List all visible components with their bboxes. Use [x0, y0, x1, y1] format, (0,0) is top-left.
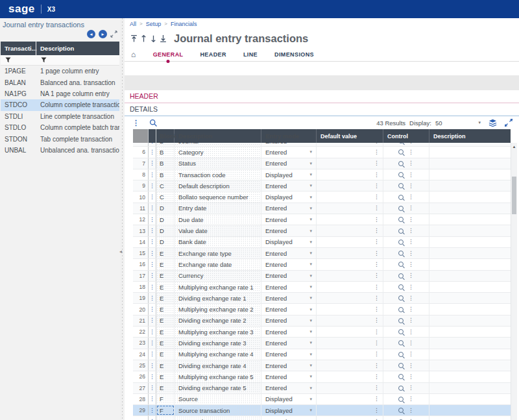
- description2-cell[interactable]: [429, 271, 511, 281]
- description-cell[interactable]: Source: [175, 394, 261, 404]
- detail-row[interactable]: 24⋮EMultiplying exchange rate 4Entered▾⋮…: [133, 349, 511, 360]
- description2-cell[interactable]: [429, 315, 511, 326]
- entry-mode-select[interactable]: Entered▾: [261, 147, 317, 157]
- entry-mode-select[interactable]: Entered▾: [261, 327, 317, 337]
- default-value-menu-icon[interactable]: ⋮: [374, 317, 380, 323]
- tab-general[interactable]: GENERAL: [153, 51, 184, 58]
- breadcrumb-link-financials[interactable]: Financials: [171, 21, 197, 27]
- control-cell[interactable]: ⋮: [383, 248, 429, 258]
- description-cell[interactable]: Dividing exchange rate 1: [175, 293, 261, 303]
- row-menu-icon[interactable]: ⋮: [149, 408, 155, 414]
- description2-cell[interactable]: [429, 293, 511, 303]
- lookup-icon[interactable]: [398, 217, 404, 222]
- col-header-entry-mode[interactable]: Entry mode: [261, 129, 317, 143]
- description-cell[interactable]: Exchange rate date: [175, 259, 261, 269]
- header-corner-cell[interactable]: [133, 129, 149, 143]
- block-cell[interactable]: B: [156, 147, 175, 157]
- entry-mode-select[interactable]: Entered▾: [261, 143, 317, 146]
- breadcrumb-link-all[interactable]: All: [130, 21, 136, 27]
- description-cell[interactable]: Dividing exchange rate 5: [175, 383, 261, 393]
- dropdown-caret-icon[interactable]: ▾: [309, 295, 312, 301]
- control-cell[interactable]: ⋮: [383, 405, 429, 415]
- list-item[interactable]: BALANBalanced ana. transaction: [1, 77, 119, 88]
- section-details-label[interactable]: DETAILS: [130, 105, 519, 114]
- description-cell[interactable]: Status: [175, 158, 261, 169]
- lookup-icon[interactable]: [398, 206, 404, 211]
- dropdown-caret-icon[interactable]: ▾: [309, 374, 312, 379]
- move-up-icon[interactable]: [139, 34, 149, 43]
- control-cell[interactable]: ⋮: [383, 147, 429, 157]
- control-menu-icon[interactable]: ⋮: [408, 385, 414, 391]
- default-value-menu-icon[interactable]: ⋮: [374, 340, 380, 346]
- dropdown-caret-icon[interactable]: ▾: [309, 149, 312, 154]
- control-menu-icon[interactable]: ⋮: [408, 172, 414, 178]
- block-cell[interactable]: E: [156, 383, 175, 393]
- default-value-cell[interactable]: ⋮: [317, 214, 383, 225]
- default-value-menu-icon[interactable]: ⋮: [374, 385, 380, 391]
- default-value-menu-icon[interactable]: ⋮: [374, 295, 380, 301]
- entry-mode-select[interactable]: Displayed▾: [261, 191, 317, 202]
- default-value-menu-icon[interactable]: ⋮: [374, 408, 380, 414]
- description2-cell[interactable]: [429, 349, 511, 360]
- row-menu-icon[interactable]: ⋮: [149, 172, 155, 178]
- list-item[interactable]: 1PAGE1 page column entry: [1, 66, 119, 77]
- default-value-cell[interactable]: ⋮: [317, 315, 383, 326]
- control-cell[interactable]: ⋮: [383, 191, 429, 202]
- dropdown-caret-icon[interactable]: ▾: [309, 318, 312, 323]
- control-cell[interactable]: ⋮: [383, 214, 429, 225]
- filter-icon[interactable]: [1, 57, 36, 63]
- row-menu-icon[interactable]: ⋮: [149, 273, 155, 278]
- lookup-icon[interactable]: [398, 340, 404, 345]
- control-cell[interactable]: ⋮: [383, 416, 429, 420]
- block-cell[interactable]: E: [156, 248, 175, 258]
- control-cell[interactable]: ⋮: [383, 282, 429, 292]
- col-header-control[interactable]: Control: [383, 129, 429, 143]
- description2-cell[interactable]: [429, 147, 511, 157]
- dropdown-caret-icon[interactable]: ▾: [309, 251, 312, 256]
- control-menu-icon[interactable]: ⋮: [408, 228, 414, 234]
- control-menu-icon[interactable]: ⋮: [408, 183, 414, 189]
- scrollbar-thumb[interactable]: [512, 177, 516, 214]
- detail-row[interactable]: 21⋮EDividing exchange rate 2Entered▾⋮⋮: [133, 315, 511, 327]
- default-value-menu-icon[interactable]: ⋮: [374, 396, 380, 402]
- default-value-menu-icon[interactable]: ⋮: [374, 217, 380, 223]
- description-cell[interactable]: Due date: [175, 214, 261, 225]
- description-cell[interactable]: Currency: [175, 271, 261, 281]
- default-value-menu-icon[interactable]: ⋮: [374, 143, 380, 144]
- default-value-menu-icon[interactable]: ⋮: [374, 149, 380, 155]
- lookup-icon[interactable]: [398, 183, 404, 188]
- block-cell[interactable]: E: [156, 271, 175, 281]
- dropdown-caret-icon[interactable]: ▾: [309, 386, 312, 391]
- detail-row[interactable]: 25⋮EDividing exchange rate 4Entered▾⋮⋮: [133, 360, 511, 371]
- block-cell[interactable]: B: [156, 143, 175, 146]
- control-menu-icon[interactable]: ⋮: [408, 396, 414, 402]
- control-menu-icon[interactable]: ⋮: [408, 194, 414, 200]
- default-value-cell[interactable]: ⋮: [317, 271, 383, 281]
- dropdown-caret-icon[interactable]: ▾: [309, 284, 312, 290]
- lookup-icon[interactable]: [398, 295, 404, 301]
- default-value-menu-icon[interactable]: ⋮: [374, 239, 380, 245]
- lookup-icon[interactable]: [398, 195, 404, 200]
- block-cell[interactable]: E: [156, 327, 175, 337]
- control-cell[interactable]: ⋮: [383, 225, 429, 236]
- description-cell[interactable]: Multiplying exchange rate 2: [175, 304, 261, 314]
- table-scrollbar[interactable]: ▲: [511, 143, 517, 420]
- entry-mode-select[interactable]: Entered▾: [261, 293, 317, 303]
- default-value-menu-icon[interactable]: ⋮: [374, 251, 380, 256]
- col-header-default-value[interactable]: Default value: [317, 129, 383, 143]
- default-value-menu-icon[interactable]: ⋮: [374, 183, 380, 189]
- row-menu-icon[interactable]: ⋮: [149, 251, 155, 256]
- control-menu-icon[interactable]: ⋮: [408, 329, 414, 335]
- panel-splitter[interactable]: ◂: [120, 18, 125, 420]
- control-cell[interactable]: ⋮: [383, 349, 429, 360]
- lookup-icon[interactable]: [398, 318, 404, 323]
- block-cell[interactable]: C: [156, 191, 175, 202]
- default-value-cell[interactable]: ⋮: [317, 203, 383, 214]
- entry-mode-select[interactable]: Displayed▾: [261, 394, 317, 404]
- fullscreen-icon[interactable]: [505, 119, 513, 127]
- collapse-panel-icon[interactable]: ◂: [119, 249, 122, 254]
- dropdown-caret-icon[interactable]: ▾: [309, 352, 312, 357]
- row-menu-icon[interactable]: ⋮: [149, 351, 155, 357]
- list-item[interactable]: STDCOColumn complete transaction: [1, 99, 119, 110]
- jump-to-first-section-icon[interactable]: [129, 34, 139, 43]
